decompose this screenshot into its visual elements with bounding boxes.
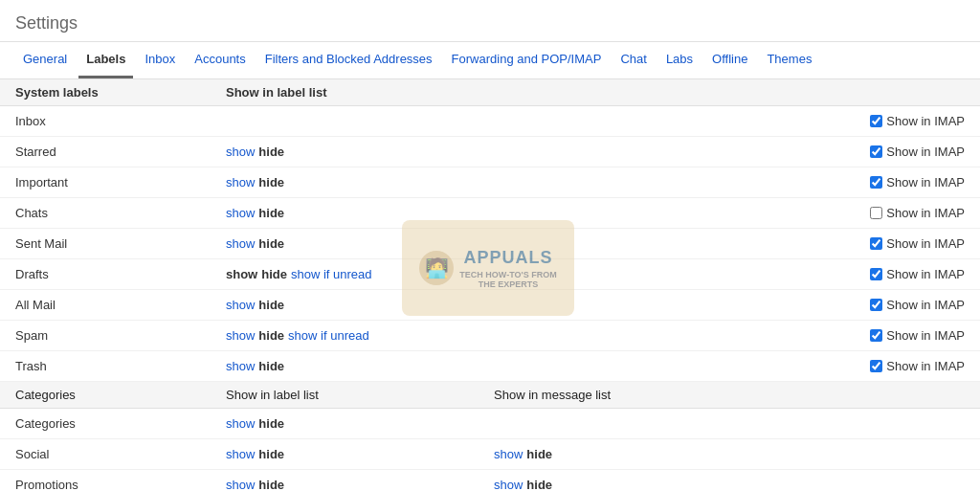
label-name-important: Important (15, 175, 226, 190)
msg-hide-link-social[interactable]: hide (526, 447, 552, 461)
imap-checkbox-spam[interactable] (870, 329, 882, 342)
label-name-spam: Spam (15, 328, 226, 343)
hide-link-trash[interactable]: hide (258, 359, 284, 373)
msg-show-link-promotions[interactable]: show (494, 478, 523, 491)
show-if-unread-link-spam[interactable]: show if unread (288, 328, 369, 343)
hide-link-allmail[interactable]: hide (258, 298, 284, 312)
tab-forwarding[interactable]: Forwarding and POP/IMAP (444, 42, 610, 78)
imap-checkbox-trash[interactable] (870, 360, 882, 372)
system-labels-col3 (494, 85, 792, 100)
imap-checkbox-chats[interactable] (870, 207, 882, 219)
show-link-starred[interactable]: show (226, 145, 255, 159)
imap-label-allmail: Show in IMAP (886, 298, 965, 312)
show-hide-allmail: show hide (226, 298, 494, 312)
imap-drafts: Show in IMAP (792, 267, 965, 281)
table-row: Important show hide Show in IMAP (0, 167, 980, 198)
show-link-drafts-bold[interactable]: show (226, 267, 257, 281)
show-hide-spam: show hide show if unread (226, 328, 494, 343)
msg-show-hide-social: show hide (494, 447, 762, 461)
page-wrapper: Settings General Labels Inbox Accounts F… (0, 0, 980, 491)
show-hide-social: show hide (226, 447, 494, 461)
hide-link-drafts[interactable]: hide (261, 267, 287, 281)
page-title: Settings (0, 0, 980, 42)
label-name-categories: Categories (15, 416, 226, 431)
hide-link-starred[interactable]: hide (258, 145, 284, 159)
show-hide-chats: show hide (226, 206, 494, 220)
table-row: Social show hide show hide (0, 439, 980, 470)
hide-link-important[interactable]: hide (258, 175, 284, 190)
tab-accounts[interactable]: Accounts (187, 42, 253, 78)
label-name-trash: Trash (15, 359, 226, 373)
table-row: Starred show hide Show in IMAP (0, 137, 980, 167)
tab-general[interactable]: General (15, 42, 75, 78)
imap-label-sentmail: Show in IMAP (886, 236, 965, 251)
msg-hide-link-promotions[interactable]: hide (526, 478, 552, 491)
imap-label-trash: Show in IMAP (886, 359, 965, 373)
imap-inbox: Show in IMAP (792, 114, 965, 128)
imap-sentmail: Show in IMAP (792, 236, 965, 251)
table-row: Promotions show hide show hide (0, 470, 980, 491)
show-hide-drafts: show hide show if unread (226, 267, 494, 281)
msg-show-hide-promotions: show hide (494, 478, 762, 491)
hide-link-sentmail[interactable]: hide (258, 236, 284, 251)
imap-checkbox-sentmail[interactable] (870, 237, 882, 250)
tab-labs[interactable]: Labs (658, 42, 701, 78)
imap-checkbox-allmail[interactable] (870, 299, 882, 311)
imap-checkbox-important[interactable] (870, 176, 882, 189)
table-row: All Mail show hide Show in IMAP (0, 290, 980, 321)
show-link-promotions[interactable]: show (226, 478, 255, 491)
show-link-trash[interactable]: show (226, 359, 255, 373)
show-link-categories[interactable]: show (226, 416, 255, 431)
imap-allmail: Show in IMAP (792, 298, 965, 312)
show-if-unread-link-drafts[interactable]: show if unread (291, 267, 372, 281)
show-link-chats[interactable]: show (226, 206, 255, 220)
hide-link-promotions[interactable]: hide (258, 478, 284, 491)
hide-link-spam[interactable]: hide (258, 328, 284, 343)
show-link-social[interactable]: show (226, 447, 255, 461)
label-name-drafts: Drafts (15, 267, 226, 281)
system-labels-col4 (792, 85, 965, 100)
show-hide-trash: show hide (226, 359, 494, 373)
imap-checkbox-drafts[interactable] (870, 268, 882, 280)
show-link-important[interactable]: show (226, 175, 255, 190)
system-labels-col1: System labels (15, 85, 226, 100)
table-row: Drafts show hide show if unread Show in … (0, 259, 980, 290)
imap-checkbox-inbox[interactable] (870, 115, 882, 127)
label-name-chats: Chats (15, 206, 226, 220)
show-hide-starred: show hide (226, 145, 494, 159)
label-name-starred: Starred (15, 145, 226, 159)
tab-inbox[interactable]: Inbox (137, 42, 183, 78)
hide-link-social[interactable]: hide (258, 447, 284, 461)
imap-starred: Show in IMAP (792, 145, 965, 159)
imap-label-spam: Show in IMAP (886, 328, 965, 343)
show-link-sentmail[interactable]: show (226, 236, 255, 251)
show-hide-categories: show hide (226, 416, 494, 431)
tab-chat[interactable]: Chat (612, 42, 654, 78)
label-name-social: Social (15, 447, 226, 461)
imap-checkbox-starred[interactable] (870, 145, 882, 158)
tab-labels[interactable]: Labels (78, 42, 133, 78)
categories-col1: Categories (15, 388, 226, 402)
imap-label-chats: Show in IMAP (886, 206, 965, 220)
table-row: Spam show hide show if unread Show in IM… (0, 321, 980, 351)
table-row: Inbox Show in IMAP (0, 106, 980, 137)
show-hide-sentmail: show hide (226, 236, 494, 251)
label-name-inbox: Inbox (15, 114, 226, 128)
imap-important: Show in IMAP (792, 175, 965, 190)
label-name-sentmail: Sent Mail (15, 236, 226, 251)
table-row: Sent Mail show hide Show in IMAP (0, 229, 980, 259)
imap-label-important: Show in IMAP (886, 175, 965, 190)
tab-filters[interactable]: Filters and Blocked Addresses (257, 42, 440, 78)
msg-show-link-social[interactable]: show (494, 447, 523, 461)
hide-link-chats[interactable]: hide (258, 206, 284, 220)
show-link-spam[interactable]: show (226, 328, 255, 343)
hide-link-categories[interactable]: hide (258, 416, 284, 431)
show-link-allmail[interactable]: show (226, 298, 255, 312)
imap-spam: Show in IMAP (792, 328, 965, 343)
tab-themes[interactable]: Themes (759, 42, 819, 78)
label-name-promotions: Promotions (15, 478, 226, 491)
nav-tabs: General Labels Inbox Accounts Filters an… (0, 42, 980, 79)
system-labels-header: System labels Show in label list (0, 79, 980, 106)
tab-offline[interactable]: Offline (704, 42, 755, 78)
show-hide-promotions: show hide (226, 478, 494, 491)
